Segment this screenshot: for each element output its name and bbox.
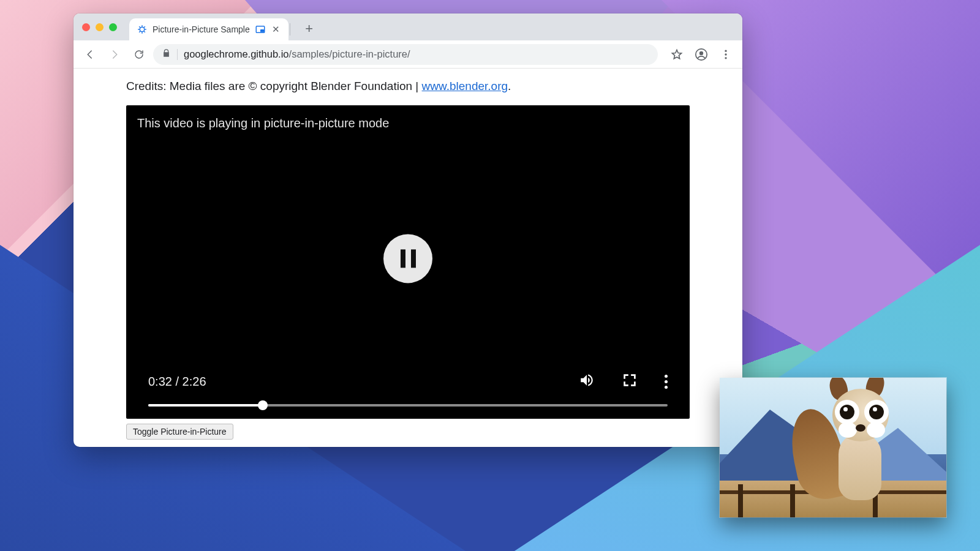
pip-indicator-icon[interactable] — [255, 24, 266, 35]
pip-video-character — [814, 384, 918, 500]
tab-close-button[interactable]: ✕ — [271, 24, 281, 35]
url-host: googlechrome.github.io — [184, 48, 289, 59]
browser-toolbar: googlechrome.github.io/samples/picture-i… — [74, 40, 742, 69]
video-volume-button[interactable] — [579, 372, 595, 391]
profile-avatar-button[interactable] — [691, 44, 712, 65]
reload-button[interactable] — [129, 44, 149, 65]
video-play-pause-button[interactable] — [383, 234, 432, 283]
video-pip-message: This video is playing in picture-in-pict… — [137, 116, 389, 130]
pause-icon — [401, 249, 416, 268]
minimize-window-button[interactable] — [96, 23, 104, 31]
browser-window: Picture-in-Picture Sample ✕ + googlechro… — [74, 13, 742, 447]
nav-back-button[interactable] — [80, 44, 100, 65]
lock-icon — [162, 48, 171, 60]
svg-point-0 — [140, 27, 145, 32]
toggle-pip-button[interactable]: Toggle Picture-in-Picture — [126, 424, 233, 440]
credits-link[interactable]: www.blender.org — [422, 80, 508, 92]
video-seek-bar[interactable] — [148, 404, 668, 407]
svg-point-5 — [725, 50, 726, 51]
svg-point-7 — [725, 57, 726, 59]
url-path: /samples/picture-in-picture/ — [289, 48, 410, 59]
addr-separator — [177, 49, 178, 60]
credits-prefix: Credits: Media files are © copyright Ble… — [126, 80, 422, 92]
credits-suffix: . — [508, 80, 511, 92]
address-bar[interactable]: googlechrome.github.io/samples/picture-i… — [153, 44, 658, 65]
seek-thumb[interactable] — [258, 400, 268, 410]
svg-rect-2 — [260, 29, 264, 32]
chrome-menu-button[interactable] — [715, 44, 736, 65]
new-tab-button[interactable]: + — [300, 20, 318, 38]
svg-point-6 — [725, 53, 726, 55]
svg-point-4 — [699, 51, 703, 54]
maximize-window-button[interactable] — [109, 23, 117, 31]
tab-divider — [290, 23, 290, 36]
page-content: Credits: Media files are © copyright Ble… — [74, 69, 742, 447]
seek-played — [148, 404, 263, 407]
tab-title: Picture-in-Picture Sample — [153, 24, 250, 34]
url-text: googlechrome.github.io/samples/picture-i… — [184, 48, 410, 60]
tab-favicon-icon — [137, 24, 148, 35]
nav-forward-button[interactable] — [104, 44, 125, 65]
close-window-button[interactable] — [82, 23, 90, 31]
window-controls — [74, 13, 126, 40]
pip-floating-window[interactable] — [720, 378, 946, 517]
credits-text: Credits: Media files are © copyright Ble… — [126, 80, 690, 93]
browser-tab[interactable]: Picture-in-Picture Sample ✕ — [129, 18, 288, 40]
video-more-options-button[interactable] — [665, 375, 668, 389]
video-fullscreen-button[interactable] — [622, 372, 638, 391]
video-controls: 0:32 / 2:26 — [126, 372, 690, 419]
bookmark-star-button[interactable] — [666, 44, 687, 65]
video-time-label: 0:32 / 2:26 — [148, 375, 206, 389]
video-player[interactable]: This video is playing in picture-in-pict… — [126, 105, 690, 419]
tab-strip: Picture-in-Picture Sample ✕ + — [74, 13, 742, 40]
